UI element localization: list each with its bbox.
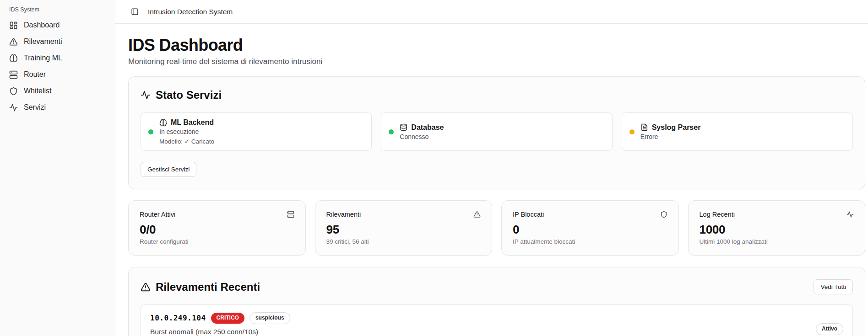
stat-label: Rilevamenti <box>326 211 361 218</box>
detections-card-title: Rilevamenti Recenti <box>156 281 260 293</box>
detection-status-badge: Attivo <box>816 323 843 335</box>
server-icon <box>9 70 18 79</box>
page-subtitle: Monitoring real-time del sistema di rile… <box>128 57 865 66</box>
stat-label: Log Recenti <box>700 211 735 218</box>
topbar: Intrusion Detection System <box>115 0 868 24</box>
stat-value: 0 <box>513 223 667 237</box>
sidebar-item-servizi[interactable]: Servizi <box>5 99 109 116</box>
stats-row: Router Attivi 0/0 Router configurati Ril… <box>128 200 865 256</box>
alert-triangle-icon <box>473 211 481 218</box>
sidebar-item-label: Router <box>24 70 46 79</box>
service-name: Syslog Parser <box>652 123 701 132</box>
detection-type-badge: suspicious <box>250 312 290 324</box>
service-name: ML Backend <box>171 118 214 127</box>
sidebar-item-rilevamenti[interactable]: Rilevamenti <box>5 33 109 50</box>
stat-card-ip-bloccati: IP Bloccati 0 IP attualmente bloccati <box>501 200 679 256</box>
service-box-ml-backend: ML Backend In esecuzione Modello: ✓ Cari… <box>141 112 372 151</box>
service-status: Errore <box>640 133 701 140</box>
severity-badge: CRITICO <box>211 313 244 324</box>
stat-label: IP Bloccati <box>513 211 544 218</box>
services-grid: ML Backend In esecuzione Modello: ✓ Cari… <box>141 112 853 151</box>
app-root: IDS System Dashboard Rilevamenti Trainin… <box>0 0 868 336</box>
service-detail: Modello: ✓ Caricato <box>159 138 214 145</box>
sidebar-item-router[interactable]: Router <box>5 66 109 83</box>
page-title: IDS Dashboard <box>128 36 865 55</box>
view-all-button[interactable]: Vedi Tutti <box>814 279 853 294</box>
service-name: Database <box>411 123 444 132</box>
stat-value: 0/0 <box>140 223 294 237</box>
stat-value: 1000 <box>700 223 854 237</box>
activity-icon <box>846 211 854 218</box>
stat-subtext: Ultimi 1000 log analizzati <box>700 238 854 245</box>
alert-triangle-icon <box>9 37 18 46</box>
sidebar-nav: Dashboard Rilevamenti Training ML Router… <box>5 17 109 116</box>
sidebar-item-whitelist[interactable]: Whitelist <box>5 83 109 99</box>
stat-value: 95 <box>326 223 481 237</box>
brain-icon <box>9 54 18 63</box>
stat-label: Router Attivi <box>140 211 175 218</box>
detection-row: 10.0.249.104 CRITICO suspicious Burst an… <box>141 304 853 336</box>
status-dot <box>629 129 635 134</box>
services-card-header: Stato Servizi <box>141 89 853 101</box>
recent-detections-card: Rilevamenti Recenti Vedi Tutti 10.0.249.… <box>128 267 865 336</box>
services-status-card: Stato Servizi ML Backend In esecuzione M… <box>128 76 865 189</box>
topbar-title: Intrusion Detection System <box>148 8 233 16</box>
stat-subtext: IP attualmente bloccati <box>513 238 667 245</box>
detection-ip: 10.0.249.104 <box>150 314 206 322</box>
status-dot <box>389 129 394 134</box>
sidebar-item-label: Servizi <box>24 103 46 112</box>
sidebar-toggle-button[interactable] <box>128 5 141 18</box>
stat-subtext: 39 critici, 56 alti <box>326 238 481 245</box>
stat-card-log-recenti: Log Recenti 1000 Ultimi 1000 log analizz… <box>688 200 866 256</box>
shield-icon <box>9 87 18 96</box>
stat-card-router-attivi: Router Attivi 0/0 Router configurati <box>128 200 306 256</box>
content-column: Intrusion Detection System IDS Dashboard… <box>115 0 868 336</box>
activity-icon <box>9 103 18 112</box>
dashboard-icon <box>9 21 18 30</box>
sidebar-item-training-ml[interactable]: Training ML <box>5 50 109 66</box>
file-text-icon <box>640 123 648 131</box>
sidebar-title: IDS System <box>5 5 109 17</box>
sidebar-item-label: Whitelist <box>24 87 51 95</box>
service-status: Connesso <box>400 133 444 140</box>
panel-left-icon <box>131 8 139 16</box>
sidebar-item-label: Rilevamenti <box>24 37 62 46</box>
main-area: IDS Dashboard Monitoring real-time del s… <box>115 24 868 336</box>
brain-icon <box>159 119 167 127</box>
shield-icon <box>660 211 667 218</box>
sidebar-item-label: Training ML <box>24 54 62 62</box>
service-box-database: Database Connesso <box>381 112 612 151</box>
database-icon <box>400 123 407 131</box>
server-icon <box>287 211 294 218</box>
sidebar-item-dashboard[interactable]: Dashboard <box>5 17 109 33</box>
services-card-title: Stato Servizi <box>156 89 222 101</box>
manage-services-button[interactable]: Gestisci Servizi <box>141 162 196 177</box>
status-dot <box>148 129 153 134</box>
sidebar: IDS System Dashboard Rilevamenti Trainin… <box>0 0 115 336</box>
activity-icon <box>141 90 151 100</box>
detections-card-header: Rilevamenti Recenti <box>141 281 260 293</box>
service-status: In esecuzione <box>159 128 214 135</box>
stat-card-rilevamenti: Rilevamenti 95 39 critici, 56 alti <box>315 200 493 256</box>
service-box-syslog-parser: Syslog Parser Errore <box>622 112 853 151</box>
stat-subtext: Router configurati <box>140 238 294 245</box>
alert-triangle-icon <box>141 282 151 292</box>
sidebar-item-label: Dashboard <box>24 21 60 29</box>
detection-description: Burst anomali (max 250 conn/10s) <box>150 328 290 336</box>
